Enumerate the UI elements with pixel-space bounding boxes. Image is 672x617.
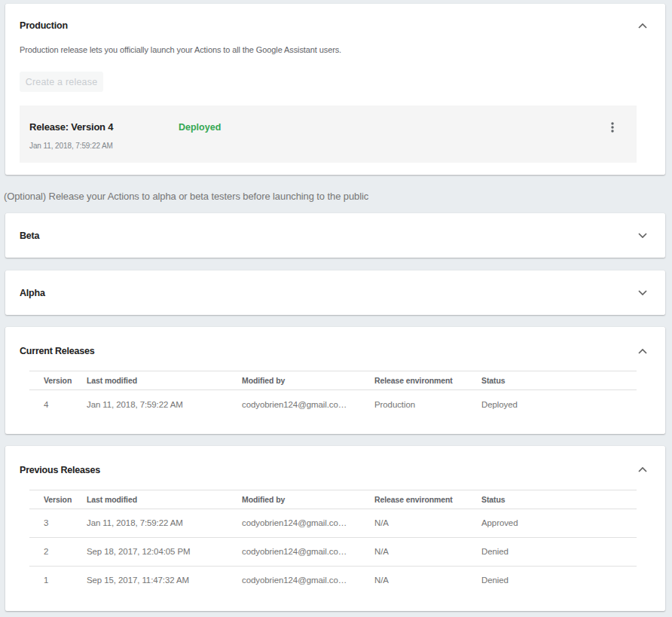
- cell-release-environment: N/A: [374, 509, 481, 537]
- table-header-row: Version Last modified Modified by Releas…: [29, 371, 637, 390]
- production-panel-title: Production: [20, 20, 68, 31]
- cell-last-modified: Sep 18, 2017, 12:04:05 PM: [87, 537, 242, 566]
- chevron-up-icon[interactable]: [638, 467, 647, 472]
- create-release-button[interactable]: Create a release: [20, 72, 103, 92]
- cell-modified-by: codyobrien124@gmail.co…: [242, 566, 374, 594]
- column-header-last-modified: Last modified: [87, 490, 242, 509]
- beta-panel[interactable]: Beta: [5, 213, 665, 258]
- previous-releases-panel: Previous Releases Version Last modified …: [5, 446, 665, 612]
- beta-panel-title: Beta: [20, 231, 39, 241]
- column-header-version: Version: [29, 490, 87, 509]
- table-row: 2 Sep 18, 2017, 12:04:05 PM codyobrien12…: [29, 537, 637, 566]
- previous-releases-table: Version Last modified Modified by Releas…: [29, 490, 637, 595]
- cell-last-modified: Jan 11, 2018, 7:59:22 AM: [87, 509, 242, 537]
- current-releases-title: Current Releases: [20, 345, 95, 357]
- cell-status: Denied: [481, 537, 637, 566]
- cell-release-environment: Production: [374, 390, 481, 419]
- cell-release-environment: N/A: [374, 566, 481, 594]
- production-panel-header[interactable]: Production: [20, 20, 647, 31]
- column-header-release-environment: Release environment: [374, 371, 481, 390]
- cell-version: 3: [29, 509, 87, 537]
- column-header-last-modified: Last modified: [87, 371, 242, 390]
- cell-status: Deployed: [481, 390, 637, 419]
- table-header-row: Version Last modified Modified by Releas…: [29, 490, 637, 509]
- alpha-panel[interactable]: Alpha: [5, 270, 665, 315]
- optional-note: (Optional) Release your Actions to alpha…: [4, 191, 665, 201]
- cell-modified-by: codyobrien124@gmail.co…: [242, 390, 374, 419]
- production-panel: Production Production release lets you o…: [5, 4, 665, 175]
- column-header-status: Status: [481, 371, 637, 390]
- release-title-line: Release: Version 4 Deployed: [29, 122, 637, 133]
- current-releases-table: Version Last modified Modified by Releas…: [29, 371, 637, 419]
- table-row: 1 Sep 15, 2017, 11:47:32 AM codyobrien12…: [29, 566, 637, 594]
- kebab-menu-icon[interactable]: [607, 122, 618, 133]
- release-date: Jan 11, 2018, 7:59:22 AM: [29, 142, 637, 150]
- cell-last-modified: Sep 15, 2017, 11:47:32 AM: [87, 566, 242, 594]
- chevron-down-icon[interactable]: [638, 290, 647, 295]
- cell-last-modified: Jan 11, 2018, 7:59:22 AM: [87, 390, 242, 419]
- chevron-down-icon[interactable]: [638, 233, 647, 238]
- release-page: Production Production release lets you o…: [0, 0, 672, 611]
- current-releases-panel: Current Releases Version Last modified M…: [5, 327, 665, 434]
- alpha-panel-title: Alpha: [20, 288, 45, 298]
- release-title: Release: Version 4: [29, 122, 179, 133]
- cell-version: 4: [29, 390, 87, 419]
- previous-releases-header[interactable]: Previous Releases: [5, 464, 665, 476]
- column-header-modified-by: Modified by: [242, 490, 374, 509]
- cell-version: 1: [29, 566, 87, 594]
- production-description: Production release lets you officially l…: [20, 45, 647, 54]
- cell-modified-by: codyobrien124@gmail.co…: [242, 509, 374, 537]
- column-header-version: Version: [29, 371, 87, 390]
- table-row: 4 Jan 11, 2018, 7:59:22 AM codyobrien124…: [29, 390, 637, 419]
- cell-version: 2: [29, 537, 87, 566]
- column-header-modified-by: Modified by: [242, 371, 374, 390]
- current-releases-header[interactable]: Current Releases: [5, 345, 665, 357]
- cell-status: Approved: [481, 509, 637, 537]
- cell-status: Denied: [481, 566, 637, 594]
- column-header-status: Status: [481, 490, 637, 509]
- release-status-badge: Deployed: [179, 122, 221, 133]
- cell-modified-by: codyobrien124@gmail.co…: [242, 537, 374, 566]
- chevron-up-icon[interactable]: [638, 349, 647, 354]
- cell-release-environment: N/A: [374, 537, 481, 566]
- previous-releases-title: Previous Releases: [20, 464, 100, 476]
- table-row: 3 Jan 11, 2018, 7:59:22 AM codyobrien124…: [29, 509, 637, 537]
- column-header-release-environment: Release environment: [374, 490, 481, 509]
- production-release-row: Release: Version 4 Deployed Jan 11, 2018…: [20, 105, 637, 163]
- chevron-up-icon[interactable]: [638, 23, 647, 29]
